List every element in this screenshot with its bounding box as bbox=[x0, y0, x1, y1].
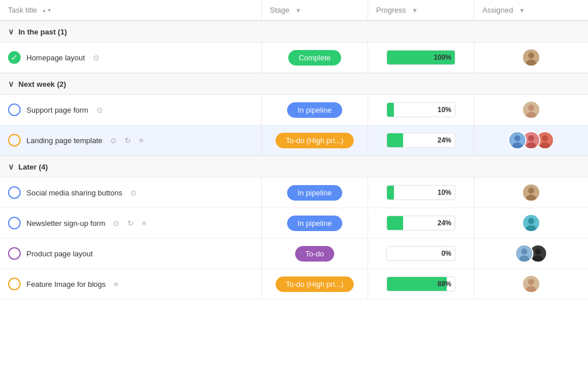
task-title-cell: Support page form ⊙ bbox=[0, 95, 261, 125]
status-in-progress-icon[interactable] bbox=[8, 186, 21, 199]
stage-cell: To-do (High pri...) bbox=[261, 269, 368, 299]
task-title: Social media sharing buttons bbox=[26, 189, 122, 197]
stage-badge-todo: To-do bbox=[295, 246, 335, 262]
table-row: Newsletter sign-up form ⊙ ↻ ≡ In pipelin… bbox=[0, 208, 588, 239]
assigned-cell bbox=[474, 239, 588, 268]
link-icon: ⊙ bbox=[130, 189, 137, 197]
status-in-progress-icon[interactable] bbox=[8, 103, 21, 116]
avatar bbox=[522, 48, 540, 67]
progress-bar: 10% bbox=[386, 102, 455, 117]
svg-point-4 bbox=[528, 105, 535, 111]
stage-cell: In pipeline bbox=[261, 95, 368, 125]
stage-cell: To-do bbox=[261, 239, 368, 268]
col3-label: Progress bbox=[376, 6, 406, 14]
assigned-cell bbox=[474, 95, 588, 125]
list-icon: ≡ bbox=[114, 280, 118, 289]
status-complete-icon[interactable]: ✓ bbox=[8, 51, 21, 64]
status-in-progress-orange-icon[interactable] bbox=[8, 134, 21, 147]
assigned-dropdown-icon[interactable]: ▼ bbox=[519, 7, 525, 14]
stage-cell: In pipeline bbox=[261, 208, 368, 238]
progress-dropdown-icon[interactable]: ▼ bbox=[412, 7, 418, 14]
stage-badge-in-pipeline: In pipeline bbox=[287, 102, 342, 118]
progress-fill bbox=[387, 216, 403, 230]
col-header-assigned[interactable]: Assigned ▼ bbox=[474, 0, 588, 20]
stage-dropdown-icon[interactable]: ▼ bbox=[295, 7, 301, 14]
stage-badge-complete: Complete bbox=[288, 50, 341, 66]
link-icon: ⊙ bbox=[113, 219, 119, 228]
svg-point-25 bbox=[535, 248, 541, 255]
col-header-stage[interactable]: Stage ▼ bbox=[261, 0, 368, 20]
task-title: Landing page template bbox=[26, 136, 102, 145]
svg-point-16 bbox=[528, 187, 535, 194]
svg-point-1 bbox=[528, 52, 535, 59]
link-icon: ⊙ bbox=[96, 106, 103, 114]
task-title: Homepage layout bbox=[26, 53, 85, 62]
assigned-cell bbox=[474, 125, 588, 155]
task-title-cell: ✓ Homepage layout ⊙ bbox=[0, 43, 261, 72]
progress-label: 10% bbox=[438, 189, 451, 197]
progress-bar: 88% bbox=[386, 276, 455, 291]
sort-icon[interactable]: ▲▼ bbox=[42, 7, 52, 13]
avatar bbox=[515, 244, 533, 263]
status-in-progress-orange-icon[interactable] bbox=[8, 278, 21, 290]
task-title: Newsletter sign-up form bbox=[26, 219, 105, 228]
avatar bbox=[522, 183, 540, 202]
group-header-later[interactable]: ∨ Later (4) bbox=[0, 156, 588, 178]
col2-label: Stage bbox=[270, 6, 289, 14]
avatar bbox=[522, 214, 540, 232]
stage-badge-in-pipeline: In pipeline bbox=[287, 216, 342, 231]
progress-label: 24% bbox=[438, 136, 451, 144]
assigned-cell bbox=[474, 43, 588, 72]
svg-point-7 bbox=[514, 135, 521, 141]
table-row: Support page form ⊙ In pipeline 10% bbox=[0, 95, 588, 125]
avatar bbox=[522, 275, 540, 293]
stage-badge-todo-high: To-do (High pri...) bbox=[276, 133, 354, 148]
progress-label: 10% bbox=[438, 106, 451, 114]
status-todo-icon[interactable] bbox=[8, 247, 21, 260]
col-header-progress[interactable]: Progress ▼ bbox=[368, 0, 474, 20]
svg-point-22 bbox=[521, 248, 528, 255]
avatar-group bbox=[522, 183, 540, 202]
task-title-cell: Landing page template ⊙ ↻ ≡ bbox=[0, 125, 261, 155]
progress-label: 88% bbox=[438, 280, 451, 288]
table-row: Landing page template ⊙ ↻ ≡ To-do (High … bbox=[0, 125, 588, 156]
refresh-icon: ↻ bbox=[127, 219, 134, 228]
progress-label: 0% bbox=[442, 249, 451, 258]
avatar-group bbox=[522, 48, 540, 67]
progress-cell: 100% bbox=[368, 43, 474, 72]
task-title: Feature Image for blogs bbox=[26, 280, 106, 289]
group-header-next-week[interactable]: ∨ Next week (2) bbox=[0, 73, 588, 95]
progress-bar: 24% bbox=[386, 133, 455, 148]
link-icon: ⊙ bbox=[110, 136, 117, 145]
progress-bar: 0% bbox=[386, 246, 455, 261]
task-title-cell: Product page layout bbox=[0, 239, 261, 268]
task-title-cell: Feature Image for blogs ≡ bbox=[0, 269, 261, 299]
svg-point-10 bbox=[528, 135, 535, 141]
avatar-group bbox=[522, 101, 540, 119]
status-in-progress-icon[interactable] bbox=[8, 217, 21, 229]
table-row: ✓ Homepage layout ⊙ Complete 100% bbox=[0, 43, 588, 73]
group-label-later: Later (4) bbox=[18, 163, 48, 171]
progress-fill bbox=[387, 103, 394, 117]
svg-point-13 bbox=[542, 135, 548, 141]
avatar-group bbox=[515, 244, 547, 263]
stage-cell: To-do (High pri...) bbox=[261, 125, 368, 155]
col-header-task-title[interactable]: Task title ▲▼ bbox=[0, 0, 261, 20]
task-title-cell: Newsletter sign-up form ⊙ ↻ ≡ bbox=[0, 208, 261, 238]
progress-cell: 24% bbox=[368, 125, 474, 155]
progress-cell: 10% bbox=[368, 95, 474, 125]
group-label-next-week: Next week (2) bbox=[18, 80, 66, 89]
avatar bbox=[508, 131, 527, 149]
avatar-group bbox=[508, 131, 554, 149]
group-label-past: In the past (1) bbox=[18, 28, 67, 36]
task-title-cell: Social media sharing buttons ⊙ bbox=[0, 178, 261, 208]
group-header-past[interactable]: ∨ In the past (1) bbox=[0, 21, 588, 43]
refresh-icon: ↻ bbox=[125, 136, 131, 145]
assigned-cell bbox=[474, 178, 588, 208]
list-icon: ≡ bbox=[142, 219, 146, 228]
svg-point-19 bbox=[528, 218, 535, 224]
col1-label: Task title bbox=[8, 6, 37, 14]
table-row: Social media sharing buttons ⊙ In pipeli… bbox=[0, 178, 588, 208]
progress-label: 24% bbox=[438, 219, 451, 227]
svg-point-28 bbox=[528, 279, 535, 285]
